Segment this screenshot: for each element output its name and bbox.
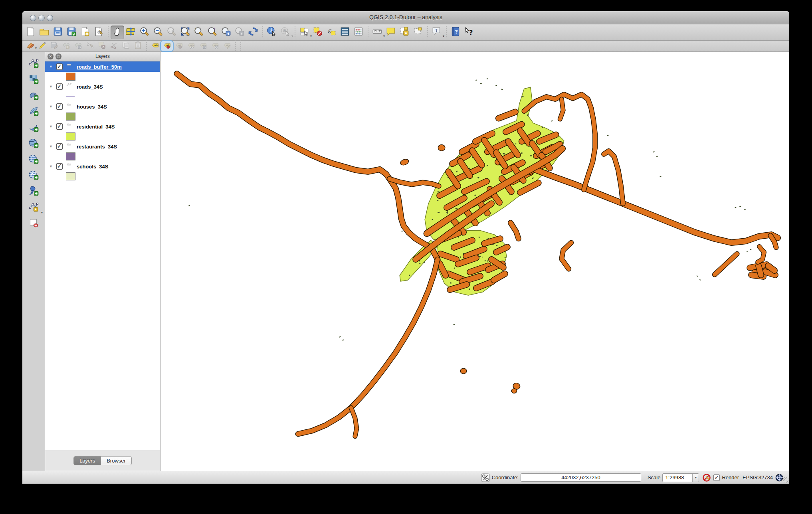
save-project-as-button[interactable] bbox=[65, 26, 78, 39]
composer-manager-button[interactable] bbox=[92, 26, 105, 39]
layer-expand-icon[interactable]: ▼ bbox=[49, 164, 53, 168]
layer-visibility-checkbox[interactable]: ✓ bbox=[56, 63, 63, 70]
add-wfs-layer-button[interactable] bbox=[25, 168, 42, 184]
layer-visibility-checkbox[interactable]: ✓ bbox=[56, 103, 63, 110]
new-composer-icon bbox=[80, 26, 90, 38]
select-by-expression-button[interactable]: ε bbox=[325, 26, 338, 39]
zoom-out-button[interactable] bbox=[151, 26, 165, 39]
panel-tab-layers[interactable]: Layers bbox=[73, 456, 101, 465]
zoom-layer-button[interactable] bbox=[206, 26, 219, 39]
save-project-button[interactable] bbox=[51, 26, 65, 39]
zoom-in-button[interactable] bbox=[138, 26, 151, 39]
attribute-table-button[interactable] bbox=[338, 26, 352, 39]
layer-item-residential_34S[interactable]: ▼✓residential_34S bbox=[45, 121, 160, 132]
map-canvas[interactable] bbox=[160, 52, 789, 471]
pan-to-selection-button[interactable] bbox=[124, 26, 138, 39]
scale-combobox[interactable]: 1:29988 ▼ bbox=[662, 473, 699, 482]
layer-expand-icon[interactable]: ▼ bbox=[49, 144, 53, 148]
add-wcs-layer-button[interactable] bbox=[25, 152, 42, 168]
layer-visibility-checkbox[interactable]: ✓ bbox=[56, 143, 63, 150]
layer-expand-icon[interactable]: ▼ bbox=[49, 65, 53, 69]
add-raster-layer-button[interactable] bbox=[25, 72, 42, 88]
toolbar-separator bbox=[145, 40, 148, 52]
add-vector-layer-button[interactable] bbox=[25, 56, 42, 72]
manage-layers-toolbar: ▾ bbox=[22, 52, 45, 471]
identify-features-button[interactable]: i bbox=[265, 26, 279, 39]
layer-item-restaurants_34S[interactable]: ▼✓restaurants_34S bbox=[45, 141, 160, 152]
feature-action-dropdown-icon[interactable]: ▾ bbox=[291, 34, 293, 38]
text-annotation-dropdown-icon[interactable]: ▾ bbox=[443, 34, 444, 38]
qgis-window: QGIS 2.0.1-Dufour – analysis 1:1i▾▾ε▾T▾?… bbox=[22, 11, 789, 484]
current-edits-button[interactable]: ▾ bbox=[24, 41, 36, 51]
add-raster-layer-icon bbox=[28, 74, 39, 86]
layer-item-roads_34S[interactable]: ▼✓roads_34S bbox=[45, 81, 160, 92]
layer-expand-icon[interactable]: ▼ bbox=[49, 125, 53, 128]
new-project-button[interactable] bbox=[24, 26, 38, 39]
move-feature-icon bbox=[74, 41, 82, 51]
add-spatialite-layer-button[interactable] bbox=[25, 104, 42, 120]
toggle-editing-button[interactable] bbox=[36, 41, 48, 51]
label-pin-active-button[interactable]: ab bbox=[161, 41, 173, 51]
panel-tab-browser[interactable]: Browser bbox=[101, 456, 132, 465]
layer-visibility-checkbox[interactable]: ✓ bbox=[56, 83, 63, 90]
title-bar[interactable]: QGIS 2.0.1-Dufour – analysis bbox=[22, 11, 789, 24]
field-calculator-button[interactable] bbox=[352, 26, 365, 39]
help-contents-button[interactable]: ? bbox=[449, 26, 462, 39]
layer-item-schools_34S[interactable]: ▼✓schools_34S bbox=[45, 161, 160, 172]
measure-button[interactable]: ▾ bbox=[370, 26, 384, 39]
text-annotation-button[interactable]: T▾ bbox=[430, 26, 444, 39]
layer-visibility-checkbox[interactable]: ✓ bbox=[56, 123, 63, 130]
layer-visibility-checkbox[interactable]: ✓ bbox=[56, 163, 63, 170]
copy-features-icon bbox=[122, 41, 130, 51]
add-wms-layer-button[interactable] bbox=[25, 136, 42, 152]
resize-grip[interactable] bbox=[783, 477, 788, 483]
add-wfs-layer-icon bbox=[28, 170, 39, 182]
scale-dropdown-icon[interactable]: ▼ bbox=[692, 474, 699, 482]
polygon-geometry-icon bbox=[65, 63, 74, 70]
layer-expand-icon[interactable]: ▼ bbox=[49, 105, 53, 109]
svg-text:abc: abc bbox=[226, 44, 230, 47]
label-toolbar-button[interactable]: abc bbox=[149, 41, 161, 51]
current-edits-icon bbox=[26, 41, 34, 51]
layer-name: roads_buffer_50m bbox=[77, 64, 122, 70]
deselect-features-button[interactable] bbox=[311, 26, 325, 39]
layer-swatch bbox=[66, 152, 75, 160]
zoom-last-button[interactable] bbox=[219, 26, 233, 39]
scale-label: Scale bbox=[648, 474, 661, 480]
move-feature-button bbox=[72, 41, 84, 51]
whats-this-button[interactable]: ? bbox=[462, 26, 476, 39]
toggle-extents-icon[interactable] bbox=[481, 473, 490, 482]
refresh-button[interactable] bbox=[246, 26, 260, 39]
add-wms-layer-icon bbox=[28, 138, 39, 150]
attribute-table-icon bbox=[340, 26, 350, 38]
add-mssql-layer-button[interactable] bbox=[25, 120, 42, 136]
coordinate-input[interactable]: 442032,6237250 bbox=[521, 473, 641, 482]
layer-expand-icon[interactable]: ▼ bbox=[49, 85, 53, 89]
new-shapefile-layer-button[interactable]: ▾ bbox=[25, 200, 42, 215]
save-project-icon bbox=[53, 26, 63, 38]
open-project-button[interactable] bbox=[38, 26, 51, 39]
render-checkbox[interactable]: ✓ bbox=[713, 474, 720, 481]
new-bookmark-button[interactable] bbox=[398, 26, 411, 39]
pan-map-button[interactable] bbox=[111, 26, 124, 39]
layer-item-houses_34S[interactable]: ▼✓houses_34S bbox=[45, 101, 160, 112]
open-project-icon bbox=[39, 26, 50, 38]
layer-symbology-row bbox=[45, 72, 160, 81]
zoom-full-button[interactable] bbox=[178, 26, 192, 39]
crs-globe-icon[interactable] bbox=[775, 473, 784, 482]
map-tips-button[interactable] bbox=[384, 26, 398, 39]
add-delimited-text-button[interactable] bbox=[25, 184, 42, 200]
new-shapefile-layer-dropdown-icon[interactable]: ▾ bbox=[41, 211, 43, 214]
stop-render-icon[interactable] bbox=[702, 473, 711, 482]
select-features-button[interactable]: ▾ bbox=[297, 26, 311, 39]
add-mssql-layer-icon bbox=[28, 122, 39, 134]
zoom-next-button bbox=[233, 26, 246, 39]
new-composer-button[interactable] bbox=[78, 26, 92, 39]
node-tool-button bbox=[84, 41, 96, 51]
remove-layer-button[interactable] bbox=[25, 215, 42, 231]
add-postgis-layer-button[interactable] bbox=[25, 88, 42, 104]
zoom-selection-button[interactable] bbox=[192, 26, 206, 39]
layer-item-roads_buffer_50m[interactable]: ▼✓roads_buffer_50m bbox=[45, 61, 160, 72]
show-bookmarks-button[interactable] bbox=[411, 26, 425, 39]
cut-features-button bbox=[108, 41, 120, 51]
